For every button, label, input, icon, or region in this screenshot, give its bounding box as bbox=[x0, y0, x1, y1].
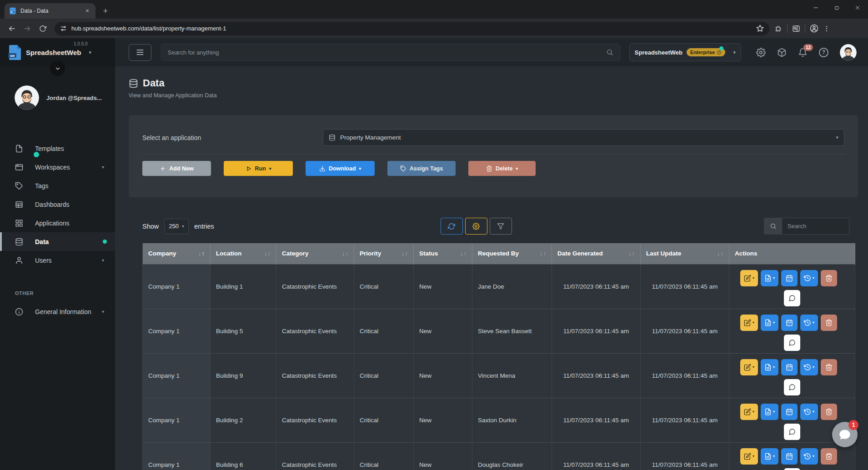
sidebar-item-users[interactable]: Users ▾ bbox=[0, 251, 115, 270]
row-calendar-button[interactable] bbox=[781, 404, 798, 420]
edit-icon bbox=[744, 408, 751, 415]
column-header-date-generated[interactable]: Date Generated↓↑ bbox=[552, 243, 641, 264]
row-comments-button[interactable] bbox=[784, 379, 800, 395]
row-export-button[interactable]: ▾ bbox=[761, 315, 778, 331]
extensions-icon[interactable] bbox=[775, 25, 783, 32]
row-history-button[interactable]: ▾ bbox=[800, 448, 818, 465]
row-export-button[interactable]: ▾ bbox=[761, 404, 778, 420]
column-header-requested-by[interactable]: Requested By↓↑ bbox=[472, 243, 552, 264]
table-search-input[interactable] bbox=[782, 218, 849, 235]
row-edit-button[interactable]: ▾ bbox=[740, 404, 758, 420]
row-comments-button[interactable] bbox=[784, 335, 800, 351]
assign-tags-button[interactable]: Assign Tags bbox=[387, 161, 456, 176]
sidebar-item-data[interactable]: Data bbox=[0, 232, 115, 251]
column-header-status[interactable]: Status↓↑ bbox=[414, 243, 472, 264]
filter-button[interactable] bbox=[490, 218, 512, 235]
row-calendar-button[interactable] bbox=[781, 448, 798, 465]
sidebar-collapse-button[interactable] bbox=[50, 61, 65, 76]
row-delete-button[interactable] bbox=[821, 270, 837, 286]
avatar-image bbox=[15, 85, 39, 110]
cell-priority: Critical bbox=[354, 264, 414, 309]
row-edit-button[interactable]: ▾ bbox=[740, 315, 758, 331]
notifications-button[interactable]: 12 bbox=[798, 48, 808, 57]
run-button[interactable]: Run ▾ bbox=[224, 161, 293, 176]
new-tab-button[interactable] bbox=[99, 5, 112, 17]
row-history-button[interactable]: ▾ bbox=[800, 315, 818, 331]
sidebar-item-workspaces[interactable]: Workspaces ▾ bbox=[0, 158, 115, 176]
row-history-button[interactable]: ▾ bbox=[800, 270, 818, 286]
row-comments-button[interactable] bbox=[784, 424, 800, 440]
row-comments-button[interactable] bbox=[784, 468, 800, 470]
side-panel-search-icon[interactable] bbox=[792, 25, 800, 33]
row-export-button[interactable]: ▾ bbox=[761, 359, 778, 375]
selected-application: Property Management bbox=[340, 134, 401, 141]
cell-status: New bbox=[414, 353, 472, 398]
download-button[interactable]: Download ▾ bbox=[306, 161, 375, 176]
page-size-select[interactable]: 250 ▾ bbox=[164, 219, 189, 234]
address-bar[interactable]: hub.spreadsheetweb.com/data/list/propert… bbox=[55, 22, 769, 35]
row-delete-button[interactable] bbox=[821, 359, 837, 375]
column-header-category[interactable]: Category↓↑ bbox=[276, 243, 354, 264]
column-header-location[interactable]: Location↓↑ bbox=[211, 243, 276, 264]
browser-tab[interactable]: Data - Data × bbox=[5, 3, 95, 19]
page-size-value: 250 bbox=[169, 223, 179, 230]
row-delete-button[interactable] bbox=[821, 448, 837, 465]
row-edit-button[interactable]: ▾ bbox=[740, 270, 758, 286]
tab-close-icon[interactable]: × bbox=[84, 7, 91, 15]
column-header-actions: Actions bbox=[729, 243, 855, 264]
browser-profile-icon[interactable] bbox=[810, 24, 818, 33]
sidebar-item-dashboards[interactable]: Dashboards bbox=[0, 195, 115, 214]
help-button[interactable]: ? bbox=[819, 48, 828, 57]
back-button[interactable] bbox=[5, 21, 19, 36]
add-new-button[interactable]: Add New bbox=[142, 161, 211, 176]
site-settings-icon[interactable] bbox=[60, 25, 67, 32]
application-select[interactable]: Property Management ▾ bbox=[323, 129, 844, 146]
menu-toggle-button[interactable] bbox=[129, 44, 151, 61]
column-header-company[interactable]: Company↓↑ bbox=[143, 243, 211, 264]
row-edit-button[interactable]: ▾ bbox=[740, 448, 758, 465]
window-close-icon[interactable] bbox=[847, 0, 868, 15]
column-header-last-update[interactable]: Last Update↓↑ bbox=[641, 243, 729, 264]
sidebar-item-templates[interactable]: Templates bbox=[0, 139, 115, 158]
row-export-button[interactable]: ▾ bbox=[761, 448, 778, 465]
packages-button[interactable] bbox=[777, 48, 787, 57]
global-search[interactable] bbox=[161, 44, 620, 61]
sidebar-item-label: General Information bbox=[35, 308, 91, 315]
cell-location: Building 1 bbox=[211, 264, 276, 309]
sidebar-item-applications[interactable]: Applications bbox=[0, 214, 115, 232]
column-header-priority[interactable]: Priority↓↑ bbox=[354, 243, 414, 264]
forward-button[interactable] bbox=[20, 21, 35, 36]
bookmark-star-icon[interactable] bbox=[756, 25, 764, 32]
row-delete-button[interactable] bbox=[821, 315, 837, 331]
row-history-button[interactable]: ▾ bbox=[800, 404, 818, 420]
row-delete-button[interactable] bbox=[821, 404, 837, 420]
row-edit-button[interactable]: ▾ bbox=[740, 359, 758, 375]
user-avatar[interactable] bbox=[840, 44, 857, 61]
download-icon bbox=[319, 165, 326, 172]
delete-button[interactable]: Delete ▾ bbox=[468, 161, 536, 176]
settings-button[interactable] bbox=[756, 48, 766, 57]
account-widget[interactable]: SpreadsheetWeb Enterprise ▾ bbox=[629, 43, 741, 61]
sidebar-profile[interactable]: Jordan @Spreads... bbox=[15, 85, 115, 110]
chat-launcher[interactable]: 1 bbox=[832, 422, 858, 447]
browser-menu-icon[interactable] bbox=[823, 25, 830, 32]
sidebar-item-tags[interactable]: Tags bbox=[0, 176, 115, 195]
cell-priority: Critical bbox=[354, 309, 414, 353]
refresh-button[interactable] bbox=[441, 218, 463, 235]
cell-requested-by: Jane Doe bbox=[472, 264, 552, 309]
global-search-input[interactable] bbox=[168, 49, 606, 56]
maximize-icon[interactable] bbox=[826, 0, 847, 15]
row-calendar-button[interactable] bbox=[781, 270, 798, 286]
sidebar-item-general-information[interactable]: General Information ▾ bbox=[0, 302, 115, 321]
table-settings-button[interactable] bbox=[465, 218, 487, 235]
chevron-down-icon: ▾ bbox=[753, 365, 754, 369]
row-comments-button[interactable] bbox=[784, 290, 800, 306]
row-export-button[interactable]: ▾ bbox=[761, 270, 778, 286]
minimize-icon[interactable] bbox=[805, 0, 826, 15]
chat-icon bbox=[788, 339, 796, 346]
row-calendar-button[interactable] bbox=[781, 315, 798, 331]
row-calendar-button[interactable] bbox=[781, 359, 798, 375]
reload-button[interactable] bbox=[35, 21, 50, 36]
row-history-button[interactable]: ▾ bbox=[800, 359, 818, 375]
cell-requested-by: Vincent Mena bbox=[472, 353, 552, 398]
